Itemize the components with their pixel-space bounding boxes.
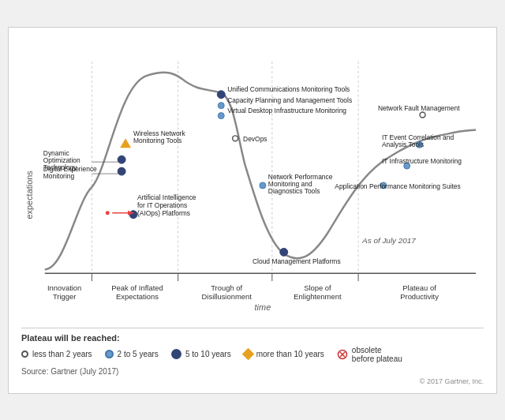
svg-text:Monitoring: Monitoring [43, 172, 75, 180]
copyright: © 2017 Gartner, Inc. [21, 377, 484, 385]
phase-innovation: Innovation [47, 283, 81, 292]
label-itinfra: IT Infrastructure Monitoring [382, 157, 462, 165]
x-axis-label: time [255, 302, 271, 311]
svg-text:Trigger: Trigger [53, 291, 77, 300]
dot-vdi [218, 112, 224, 118]
svg-text:Diagnostics Tools: Diagnostics Tools [268, 186, 320, 194]
svg-text:(AIOps) Platforms: (AIOps) Platforms [137, 208, 190, 216]
chart-area: expectations [21, 37, 484, 321]
label-devops: DevOps [243, 135, 267, 143]
hype-cycle-card: expectations [8, 27, 497, 394]
legend-diamond-shape [241, 348, 254, 361]
legend-obsolete: obsoletebefore plateau [337, 346, 402, 363]
phase-slope: Slope of [304, 283, 331, 292]
phase-peak: Peak of Inflated [111, 283, 163, 292]
dot-aiops [129, 210, 137, 218]
legend-x-icon [337, 349, 348, 360]
phase-trough: Trough of [211, 283, 242, 292]
svg-point-14 [106, 211, 110, 215]
legend-sm: less than 2 years [21, 346, 92, 363]
svg-text:for IT Operations: for IT Operations [137, 201, 187, 208]
dot-wireless [120, 138, 131, 148]
svg-text:Disillusionment: Disillusionment [202, 291, 252, 300]
dot-capacity [218, 102, 224, 108]
legend-diamond: more than 10 years [244, 346, 324, 363]
legend-md-circle [105, 350, 114, 358]
legend-items: less than 2 years 2 to 5 years 5 to 10 y… [21, 346, 484, 363]
as-of-label: As of July 2017 [361, 236, 416, 245]
dot-cloud [280, 248, 288, 256]
legend-md: 2 to 5 years [105, 346, 159, 363]
svg-text:Expectations: Expectations [116, 291, 159, 300]
dot-netperf [260, 182, 266, 188]
legend-lg: 5 to 10 years [171, 346, 231, 363]
svg-text:Enlightenment: Enlightenment [294, 291, 342, 300]
source-line: Source: Gartner (July 2017) [21, 367, 484, 376]
label-capacity: Capacity Planning and Management Tools [227, 96, 352, 103]
legend-title: Plateau will be reached: [21, 333, 484, 343]
label-netfault: Network Fault Management [378, 103, 460, 111]
legend-sm-label: less than 2 years [32, 350, 92, 358]
legend-md-label: 2 to 5 years [118, 350, 159, 358]
legend-diamond-label: more than 10 years [256, 350, 324, 358]
legend-lg-circle [171, 349, 181, 359]
label-appperf: Application Performance Monitoring Suite… [335, 182, 460, 189]
label-aiops: Artificial Intelligence [137, 193, 196, 201]
label-cloud: Cloud Management Platforms [252, 257, 341, 265]
label-unified: Unified Communications Monitoring Tools [227, 84, 350, 92]
dot-netfault [420, 112, 425, 118]
svg-text:Productivity: Productivity [400, 291, 439, 300]
svg-text:Analysis Tools: Analysis Tools [382, 141, 424, 148]
y-axis-label: expectations [24, 170, 34, 219]
svg-text:Monitoring Tools: Monitoring Tools [133, 137, 181, 144]
hype-cycle-svg: expectations [21, 37, 484, 321]
legend-x-label: obsoletebefore plateau [352, 346, 402, 363]
dot-digital [118, 167, 125, 175]
dot-dynamic [118, 156, 125, 163]
phase-plateau: Plateau of [402, 283, 436, 292]
legend-section: Plateau will be reached: less than 2 yea… [21, 328, 484, 363]
dot-devops [233, 135, 238, 141]
legend-lg-label: 5 to 10 years [185, 350, 231, 358]
dot-unified [217, 90, 225, 98]
legend-sm-circle [21, 351, 28, 358]
label-vdi: Virtual Desktop Infrastructure Monitorin… [227, 106, 346, 114]
